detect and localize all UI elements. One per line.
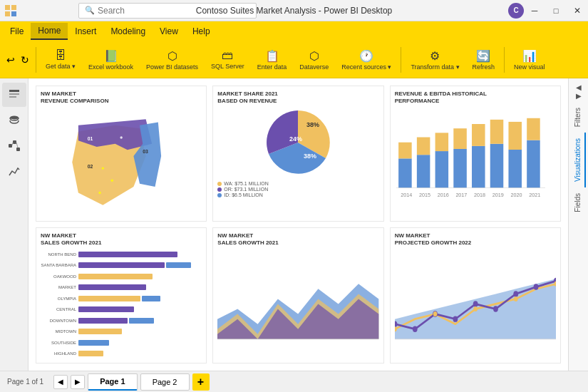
- legend-wa: WA: $75.1 MILLION: [217, 181, 378, 186]
- menu-view[interactable]: View: [153, 24, 185, 39]
- hbar-row-9: SOUTHSIDE: [41, 340, 202, 346]
- window-title: Contoso Suites Market Analysis - Power B…: [196, 6, 392, 16]
- menu-insert[interactable]: Insert: [68, 24, 103, 39]
- svg-rect-8: [9, 144, 12, 148]
- revenue-ebitda-title: REVENUE & EBITDA HISTORICALPERFORMANCE: [395, 91, 556, 104]
- svg-text:2014: 2014: [401, 192, 412, 198]
- panel-arrow-right[interactable]: ▶: [576, 92, 582, 100]
- panel-arrow-left[interactable]: ◀: [576, 83, 582, 91]
- nw-market-sales-card[interactable]: NW MARKETSALES GROWTH 2021: [212, 227, 383, 363]
- panel-tab-visualizations[interactable]: Visualizations: [571, 133, 586, 187]
- svg-text:38%: 38%: [306, 121, 319, 128]
- svg-rect-0: [5, 5, 10, 10]
- nw-market-sales-title: NW MARKETSALES GROWTH 2021: [217, 232, 378, 246]
- svg-point-19: [120, 137, 122, 139]
- user-avatar[interactable]: C: [508, 3, 524, 19]
- transform-data-button[interactable]: ⚙ Transform data ▾: [406, 44, 464, 76]
- refresh-button[interactable]: 🔄 Refresh: [468, 44, 500, 76]
- svg-text:03: 03: [143, 149, 148, 154]
- sidebar-data-icon[interactable]: [2, 108, 26, 133]
- svg-point-62: [513, 291, 518, 296]
- svg-text:2016: 2016: [437, 192, 448, 198]
- line-chart-container: [395, 249, 556, 359]
- page-prev-button[interactable]: ◀: [53, 375, 68, 389]
- legend-or-text: OR: $73.1 MILLION: [224, 187, 268, 192]
- hbar-row-2: SANTA BARBARA: [41, 262, 202, 268]
- svg-rect-40: [527, 140, 540, 188]
- map-container: 01 02 03: [41, 107, 202, 217]
- hbar-track-4: [78, 284, 202, 290]
- maximize-button[interactable]: □: [545, 0, 567, 21]
- dataverse-button[interactable]: ⬡ Dataverse: [294, 44, 334, 76]
- new-visual-button[interactable]: 📊 New visual: [509, 44, 550, 76]
- svg-text:2018: 2018: [474, 192, 485, 198]
- svg-line-11: [12, 143, 13, 145]
- refresh-label: Refresh: [473, 63, 495, 71]
- transform-label: Transform data ▾: [411, 63, 459, 71]
- hbar-track-1: [78, 252, 202, 257]
- hbar-row-8: MIDTOWN: [41, 329, 202, 334]
- get-data-icon: 🗄: [55, 49, 66, 62]
- sidebar-analytics-icon[interactable]: [2, 160, 26, 184]
- search-icon: 🔍: [85, 6, 95, 15]
- close-button[interactable]: ✕: [567, 0, 588, 21]
- undo-button[interactable]: ↩: [4, 52, 17, 68]
- hbar-track-8: [78, 329, 202, 334]
- menu-modeling[interactable]: Modeling: [103, 24, 153, 39]
- market-share-card[interactable]: MARKET SHARE 2021BASED ON REVENUE 38% 24…: [212, 86, 383, 222]
- page-tab-1[interactable]: Page 1: [88, 373, 137, 391]
- svg-point-7: [10, 116, 19, 120]
- menu-home[interactable]: Home: [31, 23, 68, 40]
- add-page-button[interactable]: +: [192, 373, 210, 391]
- svg-rect-1: [11, 5, 16, 10]
- hbar-row-4: MARKET: [41, 284, 202, 290]
- nw-market-projected-card[interactable]: NW MARKETPROJECTED GROWTH 2022: [390, 227, 561, 363]
- nw-market-revenue-card[interactable]: NW MARKETREVENUE COMPARISON 01 02 03: [36, 86, 207, 222]
- get-data-button[interactable]: 🗄 Get data ▾: [41, 44, 81, 76]
- svg-rect-30: [435, 151, 448, 187]
- hbar-blue-9: [78, 340, 109, 346]
- left-sidebar: [0, 78, 29, 371]
- revenue-ebitda-chart: 2014 2015 2016 2017 2018 2019 2020 2021: [395, 107, 556, 217]
- separator-2: [401, 47, 401, 73]
- excel-workbook-button[interactable]: 📗 Excel workbook: [83, 44, 138, 76]
- hbar-purple-6: [78, 306, 134, 312]
- sql-server-button[interactable]: 🗃 SQL Server: [206, 44, 249, 76]
- minimize-button[interactable]: ─: [524, 0, 545, 21]
- hbar-track-9: [78, 340, 202, 346]
- page-tab-2[interactable]: Page 2: [140, 373, 190, 391]
- enter-data-button[interactable]: 📋 Enter data: [252, 44, 292, 76]
- hbar-label-1: NORTH BEND: [41, 252, 76, 257]
- panel-tab-filters[interactable]: Filters: [571, 102, 586, 133]
- menu-file[interactable]: File: [3, 24, 31, 39]
- enter-data-label: Enter data: [257, 63, 287, 71]
- page-next-button[interactable]: ▶: [71, 375, 85, 389]
- svg-rect-37: [490, 120, 503, 144]
- hbar-label-8: MIDTOWN: [41, 329, 76, 334]
- svg-point-68: [514, 296, 518, 301]
- menu-help[interactable]: Help: [185, 24, 217, 39]
- nw-sales-locations-card[interactable]: NW MARKETSALES GROWTH 2021 NORTH BEND SA…: [36, 227, 207, 363]
- canvas-area[interactable]: NW MARKETREVENUE COMPARISON 01 02 03: [29, 78, 568, 371]
- revenue-ebitda-card[interactable]: REVENUE & EBITDA HISTORICALPERFORMANCE: [390, 86, 561, 222]
- new-visual-label: New visual: [514, 63, 545, 71]
- redo-button[interactable]: ↻: [19, 52, 31, 68]
- dashboard-grid: NW MARKETREVENUE COMPARISON 01 02 03: [36, 86, 561, 363]
- svg-rect-41: [527, 118, 540, 140]
- svg-rect-4: [9, 90, 19, 92]
- powerbi-datasets-button[interactable]: ⬡ Power BI datasets: [141, 44, 203, 76]
- legend-or: OR: $73.1 MILLION: [217, 187, 378, 192]
- content-wrapper: NW MARKETREVENUE COMPARISON 01 02 03: [0, 78, 588, 371]
- hbar-row-1: NORTH BEND: [41, 252, 202, 257]
- sidebar-report-icon[interactable]: [2, 83, 26, 107]
- svg-point-63: [533, 284, 538, 290]
- titlebar: Contoso Suites Market Analysis - Power B…: [0, 0, 588, 21]
- sidebar-model-icon[interactable]: [2, 134, 26, 158]
- panel-tab-fields[interactable]: Fields: [571, 187, 586, 218]
- svg-line-12: [16, 143, 18, 148]
- svg-text:01: 01: [88, 137, 93, 142]
- svg-rect-26: [398, 159, 412, 188]
- svg-rect-38: [508, 150, 522, 187]
- pie-legend: WA: $75.1 MILLION OR: $73.1 MILLION ID: …: [217, 181, 378, 198]
- recent-sources-button[interactable]: 🕐 Recent sources ▾: [336, 44, 396, 76]
